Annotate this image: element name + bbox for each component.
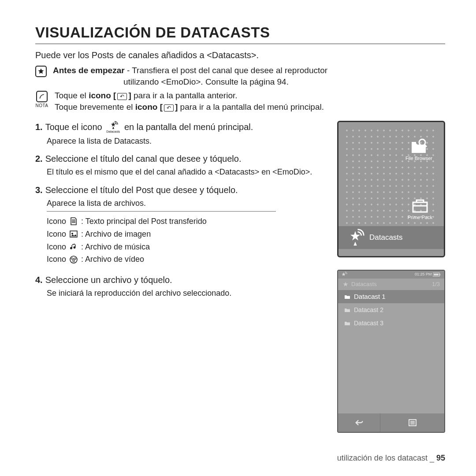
page-title: VISUALIZACIÓN DE DATACASTS — [35, 24, 445, 44]
prime-pack-app-icon[interactable]: Prime Pack — [408, 196, 432, 220]
icon-line-text: Icono : Texto principal del Post transfe… — [47, 215, 329, 228]
back-arrow-icon: ↶ — [117, 93, 127, 100]
svg-rect-7 — [413, 202, 427, 212]
svg-rect-10 — [439, 274, 440, 275]
step-3-text: Seleccione el título del Post que desee … — [45, 184, 238, 196]
step-1-num: 1. — [35, 121, 43, 133]
svg-point-2 — [71, 258, 73, 260]
step-2-num: 2. — [35, 152, 43, 165]
step-4: 4. Seleccione un archivo y tóquelo. — [35, 274, 329, 286]
list-count: 1/3 — [432, 281, 440, 287]
list-item[interactable]: Datacast 2 — [338, 303, 444, 316]
list-item[interactable]: Datacast 3 — [338, 316, 444, 330]
before-text-2: utilizando <EmoDio>. Consulte la página … — [123, 77, 289, 86]
nota-line2d: para ir a la pantalla del menú principal… — [178, 102, 324, 112]
step-1: 1. Toque el icono Datacasts en la pantal… — [35, 121, 329, 134]
step-1-text-b: en la pantalla del menú principal. — [124, 122, 253, 132]
step-3-sub: Aparece la lista de archivos. — [47, 198, 329, 208]
nota-line1d: para ir a la pantalla anterior. — [131, 91, 238, 100]
status-star-icon — [342, 271, 348, 278]
status-time: 01:25 PM — [415, 272, 432, 276]
page-number: 95 — [436, 454, 445, 462]
star-box-icon — [35, 66, 47, 77]
step-2: 2. Seleccione el título del canal que de… — [35, 152, 329, 165]
nota-line2a: Toque brevemente el — [55, 102, 135, 112]
back-button[interactable] — [338, 413, 380, 432]
datacasts-inline-icon: Datacasts — [106, 121, 120, 134]
before-label: Antes de empezar — [53, 66, 125, 75]
step-2-text: Seleccione el título del canal que desee… — [45, 152, 242, 165]
svg-point-3 — [74, 258, 76, 260]
svg-point-4 — [73, 260, 74, 262]
icon-line-video: Icono : Archivo de vídeo — [47, 253, 329, 266]
back-arrow-icon: ↶ — [164, 104, 174, 112]
image-file-icon — [69, 230, 78, 238]
nota-row: NOTA Toque el icono [↶] para ir a la pan… — [35, 90, 445, 112]
intro-text: Puede ver los Posts de canales añadidos … — [35, 50, 445, 60]
divider — [47, 211, 276, 212]
step-1-text-a: Toque el icono — [45, 122, 102, 132]
nota-label: NOTA — [35, 103, 48, 108]
list-header: Datacasts 1/3 — [338, 279, 444, 290]
note-icon — [36, 91, 48, 102]
step-4-num: 4. — [35, 274, 43, 286]
nota-line1b: icono [ — [89, 91, 116, 100]
svg-point-5 — [419, 139, 425, 145]
music-file-icon — [69, 243, 78, 251]
svg-rect-9 — [434, 274, 439, 275]
step-2-sub: El título es el mismo que el del canal a… — [47, 167, 329, 177]
step-3: 3. Seleccione el título del Post que des… — [35, 184, 329, 196]
page-footer: utilización de los datacast _ 95 — [337, 454, 445, 463]
menu-button[interactable] — [380, 413, 444, 432]
device-list-screenshot: 01:25 PM Datacasts 1/3 Datacast 1 — [337, 270, 445, 433]
device-menu-screenshot: File Browser Prime Pack Datacasts — [337, 121, 445, 257]
datacasts-app-row[interactable]: Datacasts — [338, 226, 444, 249]
step-1-sub: Aparece la lista de Datacasts. — [47, 136, 329, 146]
list-item[interactable]: Datacast 1 — [338, 290, 444, 303]
nota-line1a: Toque el — [55, 91, 89, 100]
nota-line2b: icono [ — [135, 102, 163, 112]
before-start-row: Antes de empezar - Transﬁera el post del… — [35, 65, 445, 87]
icon-line-image: Icono : Archivo de imagen — [47, 228, 329, 241]
step-4-text: Seleccione un archivo y tóquelo. — [45, 274, 172, 286]
icon-line-music: Icono : Archivo de música — [47, 241, 329, 253]
text-file-icon — [69, 217, 78, 225]
video-file-icon — [69, 256, 78, 264]
file-browser-app-icon[interactable]: File Browser — [405, 138, 432, 161]
step-4-sub: Se iniciará la reproducción del archivo … — [47, 288, 329, 298]
before-text-1: - Transﬁera el post del canal que desee … — [125, 66, 328, 75]
step-3-num: 3. — [35, 184, 43, 196]
